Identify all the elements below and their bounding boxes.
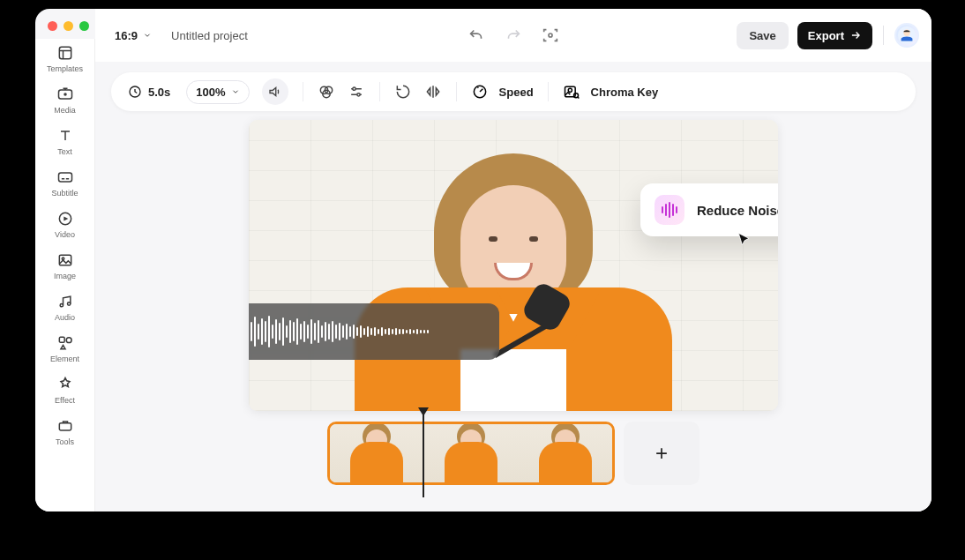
audio-icon (56, 293, 74, 310)
redo-button[interactable] (504, 26, 523, 45)
svg-point-12 (549, 34, 552, 37)
aspect-ratio-selector[interactable]: 16:9 (115, 29, 152, 42)
sidebar-item-label: Media (54, 106, 76, 115)
svg-point-2 (64, 93, 66, 95)
user-avatar[interactable] (894, 23, 919, 48)
sidebar-item-label: Templates (47, 64, 83, 73)
sidebar-item-subtitle[interactable]: Subtitle (41, 168, 89, 198)
arrow-right-icon (849, 29, 862, 41)
sidebar-item-tools[interactable]: Tools (41, 417, 89, 446)
svg-rect-3 (58, 173, 71, 182)
svg-rect-0 (59, 47, 71, 58)
noise-reduce-icon (655, 195, 684, 225)
duration-display[interactable]: 5.0s (123, 79, 174, 104)
focus-icon[interactable] (541, 26, 560, 45)
maximize-window-icon[interactable] (79, 21, 89, 31)
duration-value: 5.0s (148, 86, 170, 99)
templates-icon (56, 44, 74, 62)
sidebar-item-label: Tools (56, 437, 74, 446)
tools-icon (56, 417, 74, 435)
sidebar-item-label: Text (57, 147, 72, 156)
project-title[interactable]: Untitled project (171, 29, 248, 42)
clip-thumbnail (424, 424, 519, 482)
divider (303, 82, 303, 101)
sidebar-item-label: Image (54, 272, 76, 280)
clip-thumbnail (518, 424, 612, 482)
element-icon (56, 334, 74, 352)
playhead[interactable] (423, 409, 424, 497)
svg-point-7 (60, 304, 63, 307)
rotate-button[interactable] (394, 83, 412, 101)
sidebar-item-audio[interactable]: Audio (41, 293, 89, 322)
sidebar-item-effect[interactable]: Effect (41, 376, 89, 405)
save-button[interactable]: Save (737, 22, 788, 49)
sidebar-item-label: Video (55, 230, 75, 239)
sidebar-item-image[interactable]: Image (41, 251, 89, 280)
svg-rect-5 (59, 255, 71, 265)
svg-rect-11 (59, 423, 71, 430)
sidebar-item-media[interactable]: Media (41, 86, 89, 115)
speed-icon (471, 83, 489, 101)
preview-subject (328, 138, 699, 411)
sidebar-item-label: Subtitle (51, 189, 78, 198)
volume-button[interactable] (262, 78, 288, 105)
zoom-selector[interactable]: 100% (186, 80, 249, 104)
zoom-value: 100% (196, 86, 225, 99)
minimize-window-icon[interactable] (64, 21, 73, 31)
speed-button[interactable]: Speed (471, 83, 534, 101)
divider (379, 82, 380, 101)
text-icon (56, 127, 74, 145)
chevron-down-icon (231, 87, 240, 96)
clock-icon (127, 84, 143, 100)
canvas-area: Reduce Noise + (95, 116, 931, 511)
clip-thumbnail (330, 424, 424, 482)
sidebar-item-label: Effect (55, 396, 75, 405)
clip-toolbar: 5.0s 100% Speed Chroma Key (111, 72, 916, 111)
flip-button[interactable] (424, 83, 442, 101)
microphone-icon (496, 287, 566, 358)
speed-label: Speed (499, 86, 534, 99)
svg-point-20 (356, 93, 359, 96)
timeline: + (327, 422, 699, 485)
close-window-icon[interactable] (48, 21, 57, 31)
chevron-down-icon (143, 31, 152, 40)
video-icon (56, 210, 74, 228)
sidebar-item-templates[interactable]: Templates (41, 44, 89, 73)
chroma-key-label: Chroma Key (591, 86, 659, 99)
video-preview[interactable]: Reduce Noise (249, 120, 778, 411)
aspect-ratio-value: 16:9 (115, 29, 138, 42)
app-window: Templates Media Text Subtitle Video Imag… (35, 9, 931, 511)
media-icon (56, 86, 74, 103)
topbar-center (467, 26, 560, 45)
sidebar-item-element[interactable]: Element (41, 334, 89, 363)
subtitle-icon (56, 168, 74, 186)
export-label: Export (808, 29, 844, 42)
timeline-clip[interactable] (327, 422, 615, 485)
window-controls (48, 21, 89, 31)
topbar-right: Save Export (737, 22, 919, 49)
chroma-key-icon (563, 83, 580, 101)
effect-icon (56, 376, 74, 393)
chroma-key-button[interactable]: Chroma Key (563, 83, 659, 101)
divider (456, 82, 457, 101)
divider (883, 26, 884, 45)
reduce-noise-popup[interactable]: Reduce Noise (640, 183, 778, 236)
divider (548, 82, 549, 101)
sidebar-item-label: Element (50, 355, 79, 363)
sidebar-item-text[interactable]: Text (41, 127, 89, 156)
export-button[interactable]: Export (797, 22, 872, 49)
sidebar-item-label: Audio (55, 313, 75, 322)
undo-button[interactable] (467, 26, 486, 45)
svg-point-19 (352, 87, 355, 90)
plus-icon: + (655, 441, 668, 466)
audio-waveform-overlay (249, 303, 499, 360)
svg-point-10 (66, 338, 71, 343)
filter-button[interactable] (318, 83, 335, 101)
topbar: 16:9 Untitled project Save Export (95, 9, 931, 62)
sidebar-item-video[interactable]: Video (41, 210, 89, 239)
cursor-icon (736, 231, 753, 252)
svg-point-23 (568, 88, 572, 92)
add-clip-button[interactable]: + (624, 422, 699, 485)
adjust-button[interactable] (348, 83, 365, 101)
sidebar: Templates Media Text Subtitle Video Imag… (35, 39, 95, 511)
